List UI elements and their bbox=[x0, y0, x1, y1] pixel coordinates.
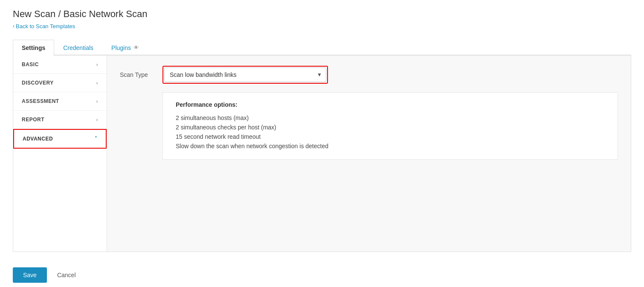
perf-item-1: 2 simultaneous checks per host (max) bbox=[176, 123, 605, 132]
perf-item-0: 2 simultaneous hosts (max) bbox=[176, 113, 605, 123]
sidebar-item-assessment-label: ASSESSMENT bbox=[22, 98, 59, 104]
back-to-scan-templates-link[interactable]: ‹ Back to Scan Templates bbox=[13, 23, 75, 29]
sidebar: BASIC › DISCOVERY › ASSESSMENT › REPORT … bbox=[13, 56, 107, 252]
cancel-button[interactable]: Cancel bbox=[54, 267, 79, 283]
scan-type-select-wrapper: Scan low bandwidth links Default Scan Cu… bbox=[162, 66, 328, 84]
sidebar-item-discovery[interactable]: DISCOVERY › bbox=[13, 74, 107, 92]
save-button[interactable]: Save bbox=[13, 267, 47, 283]
performance-options-title: Performance options: bbox=[176, 101, 605, 108]
content-area: BASIC › DISCOVERY › ASSESSMENT › REPORT … bbox=[13, 56, 631, 252]
performance-options-box: Performance options: 2 simultaneous host… bbox=[162, 92, 618, 160]
back-link-text: Back to Scan Templates bbox=[16, 23, 75, 29]
tab-credentials[interactable]: Credentials bbox=[54, 40, 102, 56]
sidebar-chevron-assessment: › bbox=[96, 99, 98, 104]
sidebar-item-advanced-label: ADVANCED bbox=[23, 136, 53, 142]
tab-settings-label: Settings bbox=[22, 44, 45, 51]
sidebar-item-advanced[interactable]: ADVANCED ˅ bbox=[13, 129, 107, 149]
scan-type-row: Scan Type Scan low bandwidth links Defau… bbox=[120, 66, 618, 84]
sidebar-chevron-advanced: ˅ bbox=[95, 136, 98, 141]
back-chevron-icon: ‹ bbox=[13, 23, 15, 29]
eye-icon: 👁 bbox=[133, 44, 139, 51]
sidebar-item-report[interactable]: REPORT › bbox=[13, 111, 107, 129]
tabs-bar: Settings Credentials Plugins 👁 bbox=[13, 40, 631, 56]
actions-bar: Save Cancel bbox=[13, 259, 631, 283]
scan-type-select[interactable]: Scan low bandwidth links Default Scan Cu… bbox=[164, 67, 326, 82]
scan-type-label: Scan Type bbox=[120, 71, 154, 78]
tab-settings[interactable]: Settings bbox=[13, 40, 54, 56]
sidebar-chevron-basic: › bbox=[96, 62, 98, 67]
sidebar-chevron-discovery: › bbox=[96, 80, 98, 85]
main-panel: Scan Type Scan low bandwidth links Defau… bbox=[107, 56, 631, 252]
sidebar-item-assessment[interactable]: ASSESSMENT › bbox=[13, 92, 107, 111]
perf-item-2: 15 second network read timeout bbox=[176, 132, 605, 141]
sidebar-item-report-label: REPORT bbox=[22, 117, 44, 123]
tab-plugins-label: Plugins bbox=[111, 44, 131, 51]
sidebar-item-discovery-label: DISCOVERY bbox=[22, 80, 54, 86]
perf-item-3: Slow down the scan when network congesti… bbox=[176, 141, 605, 151]
scan-type-select-inner: Scan low bandwidth links Default Scan Cu… bbox=[164, 67, 326, 82]
sidebar-item-basic[interactable]: BASIC › bbox=[13, 56, 107, 74]
tab-credentials-label: Credentials bbox=[63, 44, 93, 51]
sidebar-item-basic-label: BASIC bbox=[22, 62, 39, 67]
tab-plugins[interactable]: Plugins 👁 bbox=[102, 40, 148, 56]
sidebar-chevron-report: › bbox=[96, 117, 98, 122]
page-title-area: New Scan / Basic Network Scan ‹ Back to … bbox=[13, 9, 631, 29]
page-title: New Scan / Basic Network Scan bbox=[13, 9, 631, 20]
